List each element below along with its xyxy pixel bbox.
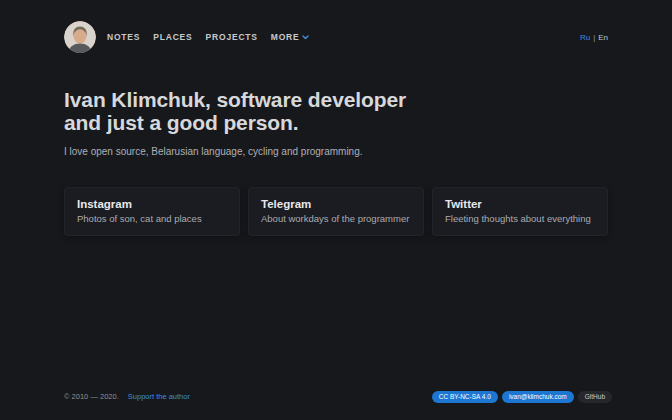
card-title: Instagram [77, 198, 227, 210]
badge-github[interactable]: GitHub [578, 391, 612, 404]
main-nav: NOTES PLACES PROJECTS MORE [107, 32, 309, 42]
social-cards: Instagram Photos of son, cat and places … [64, 187, 608, 236]
page-title-line2: and just a good person. [64, 111, 608, 134]
card-description: About workdays of the programmer [261, 213, 411, 224]
hero-subtitle: I love open source, Belarusian language,… [64, 146, 608, 157]
hero-section: Ivan Klimchuk, software developer and ju… [64, 88, 608, 236]
card-telegram[interactable]: Telegram About workdays of the programme… [248, 187, 424, 236]
footer-badges: CC BY-NC-SA 4.0 ivan@klimchuk.com GitHub [432, 391, 612, 404]
card-twitter[interactable]: Twitter Fleeting thoughts about everythi… [432, 187, 608, 236]
badge-email[interactable]: ivan@klimchuk.com [502, 391, 574, 404]
nav-item-projects[interactable]: PROJECTS [206, 32, 258, 42]
lang-divider: | [593, 33, 595, 42]
chevron-down-icon [302, 32, 309, 42]
card-title: Telegram [261, 198, 411, 210]
card-title: Twitter [445, 198, 595, 210]
copyright-text: © 2010 — 2020. [64, 392, 119, 401]
lang-en-current: En [598, 33, 608, 42]
page-title-line1: Ivan Klimchuk, software developer [64, 88, 608, 111]
avatar-image [64, 21, 96, 53]
footer-left: © 2010 — 2020. Support the author [64, 392, 190, 401]
nav-item-notes[interactable]: NOTES [107, 32, 140, 42]
card-instagram[interactable]: Instagram Photos of son, cat and places [64, 187, 240, 236]
badge-license[interactable]: CC BY-NC-SA 4.0 [432, 391, 498, 404]
page-title: Ivan Klimchuk, software developer and ju… [64, 88, 608, 134]
avatar[interactable] [64, 21, 96, 53]
nav-item-more[interactable]: MORE [271, 32, 310, 42]
page: NOTES PLACES PROJECTS MORE Ru | En Ivan … [0, 0, 672, 420]
card-description: Fleeting thoughts about everything [445, 213, 595, 224]
nav-item-places[interactable]: PLACES [153, 32, 192, 42]
support-author-link[interactable]: Support the author [128, 392, 190, 401]
card-description: Photos of son, cat and places [77, 213, 227, 224]
header: NOTES PLACES PROJECTS MORE Ru | En [64, 0, 608, 53]
lang-ru-link[interactable]: Ru [580, 33, 590, 42]
footer: © 2010 — 2020. Support the author CC BY-… [64, 391, 612, 404]
nav-more-label: MORE [271, 32, 300, 42]
language-switcher: Ru | En [580, 33, 608, 42]
